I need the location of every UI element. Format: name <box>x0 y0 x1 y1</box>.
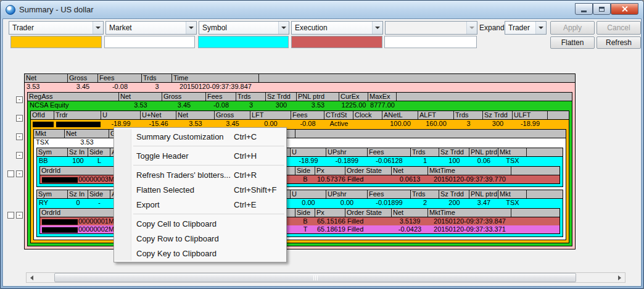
cell[interactable]: 65.151669 <box>315 217 345 225</box>
cell[interactable]: 20150120-09:37:39.847 <box>428 217 511 225</box>
expander-symbol-ry[interactable]: - <box>16 212 23 219</box>
menu-item[interactable]: Refresh Traders' blotters...Ctrl+R <box>115 167 286 182</box>
expander-regass-row[interactable]: - <box>16 115 23 122</box>
close-button[interactable] <box>611 3 638 15</box>
column-header[interactable]: PNL ptrd <box>469 148 498 156</box>
cell[interactable]: 0.06 <box>469 157 498 165</box>
column-header[interactable]: Sz Trdd <box>483 111 513 119</box>
column-header[interactable]: Sz Trdd <box>439 190 469 198</box>
menu-item[interactable]: Summary CustomizationCtrl+C <box>115 129 286 144</box>
column-header[interactable]: Sym <box>37 148 68 156</box>
cell[interactable]: 100.00 <box>382 120 418 128</box>
cell[interactable]: -0.08 <box>291 120 324 128</box>
column-header[interactable]: Fees <box>368 148 411 156</box>
minimize-button[interactable] <box>575 3 593 15</box>
column-header[interactable]: Sz Trdd <box>439 148 469 156</box>
column-header[interactable]: LFT <box>250 111 291 119</box>
column-header[interactable]: MktTime <box>428 167 511 175</box>
column-header[interactable]: Trdr <box>54 111 101 119</box>
column-header[interactable]: Order State <box>345 209 392 217</box>
cell[interactable]: 1 <box>411 157 439 165</box>
column-header[interactable]: Mkt <box>498 190 527 198</box>
column-header[interactable]: Gross <box>215 111 250 119</box>
column-header[interactable]: Order State <box>345 167 392 175</box>
column-header[interactable]: Fees <box>98 74 142 82</box>
column-header[interactable]: Sz In <box>68 148 88 156</box>
title-bar[interactable]: Summary - US dollar <box>1 1 643 19</box>
cell[interactable]: 20150120-09:37:39.847 <box>172 83 259 91</box>
column-header[interactable]: Px <box>315 167 345 175</box>
cell[interactable]: B <box>295 217 315 225</box>
column-header[interactable]: Side <box>88 148 110 156</box>
expander-summary-row[interactable]: - <box>16 96 23 103</box>
cell[interactable]: TSX <box>498 157 527 165</box>
column-header[interactable]: Trds <box>411 148 439 156</box>
maximize-button[interactable] <box>593 3 611 15</box>
column-header[interactable]: Fees <box>206 93 236 101</box>
cell[interactable]: 2 <box>411 199 439 207</box>
checkbox-symbol-ry[interactable] <box>7 212 14 219</box>
cell[interactable]: 0.00 <box>291 199 326 207</box>
cell[interactable]: -18.99 <box>291 157 326 165</box>
cell[interactable]: 3 <box>142 83 172 91</box>
column-header[interactable]: Px <box>315 209 345 217</box>
expander-trader-row[interactable]: - <box>16 133 23 140</box>
cell[interactable]: B <box>295 175 315 183</box>
cell[interactable]: 20150120-09:37:39.770 <box>428 175 511 183</box>
column-header[interactable]: MaxEx <box>368 93 397 101</box>
column-header[interactable]: Side <box>295 209 315 217</box>
menu-item[interactable]: Flatten SelectedCtrl+Shift+F <box>115 182 286 197</box>
cell[interactable]: -0.1899 <box>326 157 368 165</box>
cell[interactable]: NCSA Equity <box>28 101 119 109</box>
cell[interactable]: 3 <box>454 120 483 128</box>
column-header[interactable]: Fees <box>368 190 411 198</box>
menu-item[interactable]: Copy Row to Clipboard <box>115 231 286 246</box>
cell[interactable]: 300 <box>483 120 513 128</box>
cell[interactable]: 1225.00 <box>339 101 368 109</box>
cell[interactable]: 200 <box>439 199 469 207</box>
horizontal-scrollbar[interactable] <box>26 272 625 283</box>
data-row[interactable]: NCSA Equity3.533.45-0.0833003.531225.008… <box>28 101 572 109</box>
apply-button[interactable]: Apply <box>550 21 595 35</box>
column-header[interactable]: Net <box>392 167 428 175</box>
cell[interactable]: T <box>295 225 315 233</box>
empty-filter-field[interactable] <box>384 36 477 48</box>
cell[interactable]: 3.45 <box>68 83 98 91</box>
cell[interactable]: 300 <box>266 101 297 109</box>
scroll-right-button[interactable] <box>614 273 625 282</box>
execution-filter-dropdown[interactable]: Execution <box>291 21 383 35</box>
cell[interactable] <box>353 120 382 128</box>
market-filter-dropdown[interactable]: Market <box>105 21 197 35</box>
symbol-filter-dropdown[interactable]: Symbol <box>199 21 289 35</box>
column-header[interactable]: U <box>101 111 141 119</box>
cell[interactable]: BB <box>37 157 68 165</box>
cell[interactable]: RY <box>37 199 68 207</box>
column-header[interactable]: Side <box>295 167 315 175</box>
cell[interactable]: -0.06128 <box>368 157 411 165</box>
cell[interactable]: Filled <box>345 175 392 183</box>
cell[interactable]: 0 <box>68 199 88 207</box>
data-row[interactable]: -18.99-15.463.533.450.00-0.08Active100.0… <box>31 120 569 128</box>
cell[interactable]: 3.53 <box>25 83 68 91</box>
cell[interactable] <box>31 120 54 128</box>
cell[interactable]: 3 <box>236 101 266 109</box>
column-header[interactable]: RegAss <box>28 93 119 101</box>
scroll-left-button[interactable] <box>27 273 37 282</box>
symbol-filter-field[interactable] <box>198 36 289 48</box>
data-row[interactable]: 3.533.45-0.08320150120-09:37:39.847 <box>25 83 575 91</box>
column-header[interactable]: U+Net <box>141 111 176 119</box>
cell[interactable]: 0.0613 <box>392 175 428 183</box>
execution-filter-field[interactable] <box>291 36 382 48</box>
market-filter-field[interactable] <box>104 36 195 48</box>
expander-market-row[interactable]: - <box>16 152 23 159</box>
cell[interactable]: -18.99 <box>513 120 548 128</box>
cell[interactable]: 3.53 <box>297 101 339 109</box>
column-header[interactable]: PNL ptrd <box>469 190 498 198</box>
column-header[interactable]: Trds <box>454 111 483 119</box>
cell[interactable]: 100 <box>439 157 469 165</box>
cell[interactable]: 0.00 <box>326 199 368 207</box>
cell[interactable]: 100 <box>68 157 88 165</box>
column-header[interactable]: MktTime <box>428 209 511 217</box>
column-header[interactable]: Sz In <box>68 190 88 198</box>
column-header[interactable]: Sz Trdd <box>266 93 297 101</box>
